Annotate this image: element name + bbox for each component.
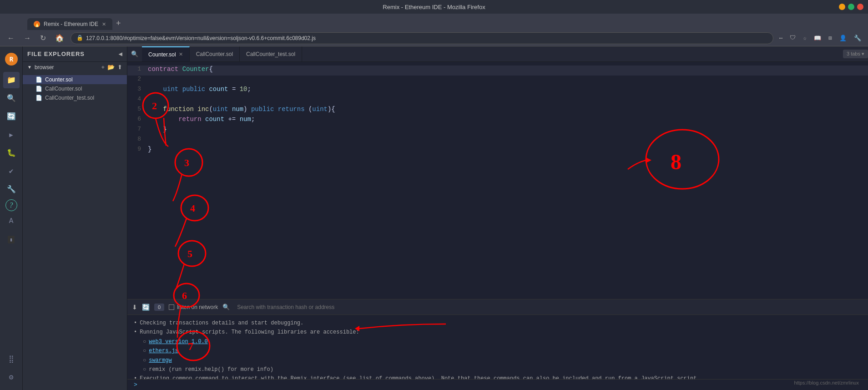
remix-logo: R bbox=[3, 51, 20, 67]
close-button[interactable] bbox=[857, 4, 863, 10]
tab-name-callcounter-test: CallCounter_test.sol bbox=[246, 51, 295, 57]
help-icon: ? bbox=[10, 201, 13, 209]
terminal-link-web3[interactable]: web3 version 1.0.0 bbox=[149, 337, 208, 346]
tab-close-counter[interactable]: ✕ bbox=[179, 51, 183, 57]
file-item-counter[interactable]: 📄 Counter.sol bbox=[23, 75, 127, 84]
sidebar-item-terminal[interactable]: ▮ bbox=[3, 231, 20, 248]
test-icon: ✔ bbox=[9, 167, 14, 176]
editor-tab-counter[interactable]: Counter.sol ✕ bbox=[142, 46, 190, 61]
shield-icon[interactable]: 🛡 bbox=[787, 34, 798, 42]
tab-name-callcounter: CallCounter.sol bbox=[196, 51, 233, 57]
terminal-command-input[interactable] bbox=[140, 381, 862, 388]
terminal-count: 0 bbox=[154, 304, 164, 311]
file-explorer-header: FILE EXPLORERS ◀ bbox=[23, 46, 127, 62]
title-bar: Remix - Ethereum IDE - Mozilla Firefox bbox=[0, 0, 868, 14]
terminal-content: Checking transactions details and start … bbox=[127, 315, 868, 379]
editor-tab-callcounter-test[interactable]: CallCounter_test.sol bbox=[240, 46, 302, 61]
terminal-line-3: web3 version 1.0.0 bbox=[134, 337, 862, 346]
code-line-4: 4 bbox=[127, 96, 868, 106]
forward-button[interactable]: → bbox=[21, 33, 34, 43]
icon-sidebar: R 📁 🔍 🔄 ▶ 🐛 ✔ 🔧 ? A ▮ bbox=[0, 46, 23, 390]
line-num-2: 2 bbox=[127, 76, 148, 82]
file-name-callcounter: CallCounter.sol bbox=[45, 86, 82, 92]
sidebar-item-files[interactable]: 📁 bbox=[3, 72, 20, 88]
sidebar-toggle-icon[interactable]: ⊞ bbox=[826, 34, 834, 43]
terminal-clear-button[interactable]: 🔄 bbox=[142, 304, 150, 311]
terminal-search-bar[interactable] bbox=[237, 304, 863, 310]
back-button[interactable]: ← bbox=[5, 33, 17, 43]
main-content: 🔍 Counter.sol ✕ CallCounter.sol CallCoun… bbox=[127, 46, 868, 390]
line-num-4: 4 bbox=[127, 96, 148, 102]
sidebar-item-plugin[interactable]: 🔧 bbox=[3, 181, 20, 198]
editor-tab-callcounter[interactable]: CallCounter.sol bbox=[190, 46, 240, 61]
terminal-link-ethers[interactable]: ethers.js bbox=[149, 346, 178, 355]
terminal-toolbar: ⬇ 🔄 0 listen on network 🔍 bbox=[127, 299, 868, 315]
editor-search-icon[interactable]: 🔍 bbox=[127, 51, 142, 58]
star-icon[interactable]: ☆ bbox=[801, 34, 809, 43]
terminal-expand-button[interactable]: ⬇ bbox=[132, 304, 137, 311]
sidebar-item-test[interactable]: ✔ bbox=[3, 163, 20, 179]
file-icon-callcounter: 📄 bbox=[35, 86, 42, 92]
sidebar-item-debug[interactable]: 🐛 bbox=[3, 145, 20, 161]
browser-tab[interactable]: 🔥 Remix - Ethereum IDE ✕ bbox=[27, 18, 112, 30]
listen-on-network-toggle[interactable]: listen on network bbox=[169, 304, 218, 310]
file-name-counter: Counter.sol bbox=[45, 76, 73, 83]
new-folder-icon[interactable]: 📂 bbox=[107, 64, 115, 71]
browser-label: browser bbox=[35, 64, 54, 71]
line-num-6: 6 bbox=[127, 116, 148, 122]
sidebar-item-search[interactable]: 🔍 bbox=[3, 90, 20, 106]
sidebar-item-help[interactable]: ? bbox=[5, 199, 17, 211]
app-layout: R 📁 🔍 🔄 ▶ 🐛 ✔ 🔧 ? A ▮ bbox=[0, 46, 868, 390]
terminal-search-input[interactable] bbox=[237, 304, 863, 310]
new-file-icon[interactable]: + bbox=[101, 64, 105, 71]
terminal-input-row: > bbox=[127, 379, 868, 390]
window-controls bbox=[839, 4, 863, 10]
sidebar-item-deploy[interactable]: ▶ bbox=[3, 127, 20, 143]
line-num-8: 8 bbox=[127, 136, 148, 142]
search-icon: 🔍 bbox=[7, 94, 16, 103]
sidebar-bottom: ⣿ ⚙ bbox=[3, 351, 20, 390]
sidebar-item-settings[interactable]: ⚙ bbox=[3, 369, 20, 385]
file-item-callcounter[interactable]: 📄 CallCounter.sol bbox=[23, 84, 127, 93]
nav-right-controls: ⋯ 🛡 ☆ 📖 ⊞ 👤 🔧 bbox=[777, 34, 863, 43]
terminal-message-2: Running JavaScript scripts. The followin… bbox=[140, 328, 359, 337]
code-line-8: 8 bbox=[127, 136, 868, 146]
sidebar-item-dots[interactable]: ⣿ bbox=[3, 351, 20, 367]
terminal-prompt: > bbox=[134, 381, 137, 388]
listen-label: listen on network bbox=[177, 304, 218, 310]
reader-icon[interactable]: 📖 bbox=[812, 34, 823, 43]
terminal-line-6: remix (run remix.help() for more info) bbox=[134, 365, 862, 374]
url-input[interactable] bbox=[86, 35, 767, 41]
tab-title: Remix - Ethereum IDE bbox=[44, 21, 98, 27]
reload-button[interactable]: ↻ bbox=[37, 33, 49, 43]
tabs-count[interactable]: 3 tabs ▾ bbox=[843, 50, 868, 58]
sidebar-item-compile[interactable]: 🔄 bbox=[3, 108, 20, 125]
terminal-line-7: Executing common command to interact wit… bbox=[134, 374, 862, 379]
tab-close-button[interactable]: ✕ bbox=[102, 21, 106, 27]
bookmarks-icon[interactable]: ⋯ bbox=[777, 34, 785, 43]
browser-folder[interactable]: ▼ browser + 📂 ⬆ bbox=[23, 62, 127, 72]
new-tab-button[interactable]: + bbox=[112, 19, 125, 28]
publish-icon[interactable]: ⬆ bbox=[117, 64, 122, 71]
line-content-5: function inc(uint num) public returns (u… bbox=[148, 106, 868, 113]
terminal-message-1: Checking transactions details and start … bbox=[140, 319, 303, 328]
listen-checkbox[interactable] bbox=[169, 304, 174, 310]
terminal-link-swarmgw[interactable]: swarmgw bbox=[149, 356, 172, 365]
minimize-button[interactable] bbox=[839, 4, 845, 10]
line-content-9: } bbox=[148, 146, 868, 153]
sidebar-item-amazon[interactable]: A bbox=[3, 213, 20, 229]
code-editor[interactable]: 1 contract Counter{ 2 3 uint public coun… bbox=[127, 62, 868, 299]
code-line-3: 3 uint public count = 10; bbox=[127, 86, 868, 96]
home-button[interactable]: 🏠 bbox=[52, 33, 67, 43]
file-item-callcounter-test[interactable]: 📄 CallCounter_test.sol bbox=[23, 93, 127, 102]
profile-icon[interactable]: 👤 bbox=[837, 34, 849, 43]
terminal-message-7: Executing common command to interact wit… bbox=[140, 374, 700, 379]
caret-icon: ▼ bbox=[27, 65, 32, 70]
maximize-button[interactable] bbox=[848, 4, 854, 10]
address-bar[interactable]: 🔒 bbox=[71, 32, 773, 44]
extensions-icon[interactable]: 🔧 bbox=[852, 34, 863, 43]
line-num-7: 7 bbox=[127, 126, 148, 132]
amazon-icon: A bbox=[9, 217, 14, 225]
collapse-icon[interactable]: ◀ bbox=[119, 50, 122, 58]
lock-icon: 🔒 bbox=[76, 35, 83, 41]
